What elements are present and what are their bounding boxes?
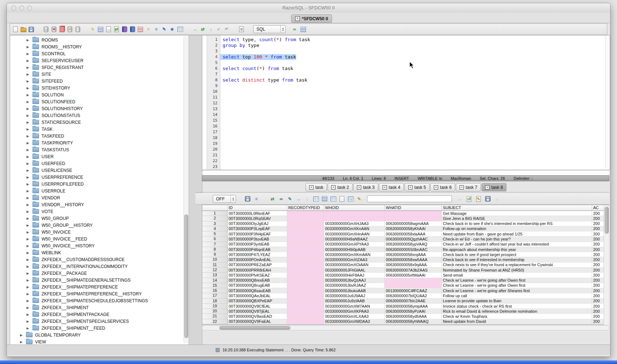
grid-cell[interactable] (385, 283, 442, 288)
grid-cell[interactable] (287, 237, 324, 242)
result-tab-task-7[interactable]: ×task 7 (456, 183, 481, 191)
grid-cell[interactable]: 00T3000000P3tuvEAB (228, 237, 287, 242)
tree-item-w50-invoice-feed[interactable]: ▶W50_INVOICE__FEED (10, 235, 184, 242)
expand-triangle-icon[interactable]: ▶ (26, 196, 30, 200)
grid-cell[interactable]: Check-in w/ Ed - can he join this year? (442, 237, 592, 242)
row-number[interactable]: 10 (202, 257, 228, 262)
grid-cell[interactable]: 00630000007bIc2AAE (385, 299, 442, 304)
grid-cell[interactable]: 0033000000JbukoAAB (324, 288, 385, 293)
tree-item-userpreference[interactable]: ▶USERPREFERENCE (10, 174, 184, 181)
tree-item-w50-group-history[interactable]: ▶W50_GROUP__HISTORY (10, 222, 184, 229)
code-line[interactable]: 3 (207, 48, 610, 54)
sort-list-icon[interactable]: ≡ (145, 26, 151, 32)
grid-cell[interactable]: 0033000000GmXKPAA3 (324, 309, 385, 314)
close-tab-icon[interactable]: × (357, 185, 361, 190)
grid-cell[interactable]: 00T3000000Q8rexEAB (228, 278, 287, 283)
result-tab-task-4[interactable]: ×task 4 (379, 183, 404, 191)
code-line[interactable]: 6select count(*) from task (207, 66, 610, 72)
expand-triangle-icon[interactable]: ▶ (26, 258, 30, 261)
grid-cell[interactable]: 006300000058yPzAAI (385, 309, 442, 314)
sql-editor[interactable]: 1select type, count(*) from task2group b… (202, 35, 610, 170)
close-tab-icon[interactable]: × (459, 185, 464, 190)
grid-cell[interactable]: 00T3000000P3yrbEAB (228, 242, 287, 247)
expand-triangle-icon[interactable]: ▶ (26, 93, 30, 97)
tree-item-zkfedex-shipment[interactable]: ▶ZKFEDEX__SHIPMENT (10, 304, 184, 311)
result-tab-task[interactable]: ×task (306, 183, 327, 191)
expand-triangle-icon[interactable]: ▶ (26, 230, 30, 234)
row-number[interactable]: 6 (202, 237, 228, 242)
stepper-arrows-icon[interactable]: ▲▼ (280, 26, 285, 33)
tree-item-w50-group[interactable]: ▶W50_GROUP (10, 215, 184, 222)
grid-cell[interactable]: 006300000058xrqAAA (385, 252, 442, 257)
row-number[interactable]: 4 (202, 226, 228, 231)
code-line[interactable]: 10 (207, 89, 610, 95)
copy-icon[interactable] (59, 26, 65, 32)
expand-triangle-icon[interactable]: ▶ (26, 272, 30, 275)
tree-item-sfdc-registrant[interactable]: ▶SFDC_REGISTRANT (10, 64, 184, 71)
edit-sql-icon[interactable]: ✎ (161, 26, 167, 32)
grid-cell[interactable]: 00T3000000QV8TjEAL (228, 309, 287, 314)
expand-triangle-icon[interactable]: ▶ (26, 107, 30, 110)
row-limit-select[interactable]: OFF ▲▼ (213, 195, 236, 203)
grid-cell[interactable]: 00T3000000QV9FaEAL (228, 319, 287, 324)
expand-triangle-icon[interactable]: ▶ (26, 114, 30, 117)
grid-cell[interactable]: 00T3000000P47LYEAZ (228, 252, 287, 257)
expand-triangle-icon[interactable]: ▶ (26, 155, 30, 159)
tree-item-zkfedex-shipmentspecialservices[interactable]: ▶ZKFEDEX__SHIPMENTSPECIALSERVICES (10, 318, 184, 325)
tree-item-w50-invoice-history[interactable]: ▶W50_INVOICE__HISTORY (10, 242, 184, 249)
tree-item-solutionhistory[interactable]: ▶SOLUTIONHISTORY (10, 105, 184, 112)
tree-item-userprofilefeed[interactable]: ▶USERPROFILEFEED (10, 181, 184, 187)
grid-cell[interactable]: 00630000007A3bZAAS (385, 268, 442, 273)
row-number[interactable]: 5 (202, 231, 228, 237)
grid-cell[interactable] (287, 263, 324, 268)
grid-cell[interactable]: Check w/ Leanne - we're going after Owen… (442, 283, 592, 288)
grid-cell[interactable] (287, 319, 324, 324)
sidebar-scrollbar[interactable] (184, 36, 188, 343)
expand-triangle-icon[interactable]: ▶ (26, 162, 30, 165)
grid-cell[interactable]: 006300000058ypVAAQ (385, 242, 442, 247)
expand-triangle-icon[interactable]: ▶ (26, 237, 30, 241)
grid-vertical-scrollbar[interactable] (604, 205, 609, 325)
expand-triangle-icon[interactable]: ▶ (26, 127, 30, 131)
history-list-icon[interactable] (137, 26, 143, 32)
grid-cell[interactable]: 0033000000HirF8AAJ (324, 273, 385, 278)
notes-book-icon[interactable] (121, 26, 128, 32)
grid-cell[interactable]: 00T3000000L0RqSEAV (228, 216, 287, 221)
row-number[interactable]: 21 (202, 314, 228, 319)
grid-cell[interactable] (287, 242, 324, 247)
new-file-icon[interactable] (12, 26, 18, 32)
expand-triangle-icon[interactable]: ▶ (26, 320, 30, 323)
tree-item-sitefeed[interactable]: ▶SITEFEED (10, 78, 184, 84)
tree-item-zkfedex-shipment-feed[interactable]: ▶ZKFEDEX__SHIPMENT__FEED (10, 325, 184, 332)
grid-cell[interactable]: 0033000000GmXM7AAN (324, 304, 385, 309)
grid-cell[interactable]: 00T3000000PfvKSEAZ (228, 273, 287, 278)
tree-item-taskfeed[interactable]: ▶TASKFEED (10, 133, 184, 139)
grid-cell[interactable] (287, 216, 324, 221)
grid-cell[interactable]: 00T3000000Q8sauEAB (228, 288, 287, 293)
code-line[interactable]: 17 (207, 129, 610, 135)
grid-cell[interactable]: 0033000000H9i0pAAB (324, 247, 385, 252)
code-line[interactable]: 15 (207, 118, 610, 124)
code-line[interactable]: 12 (207, 100, 610, 106)
code-line[interactable]: 13 (207, 106, 610, 112)
expand-triangle-icon[interactable]: ▶ (26, 38, 30, 42)
connect-db-icon[interactable]: → (43, 26, 49, 32)
tree-item-solutionstatus[interactable]: ▶SOLUTIONSTATUS (10, 112, 184, 119)
tree-item-sitehistory[interactable]: ▶SITEHISTORY (10, 84, 184, 91)
disconnect-db-icon[interactable]: × (51, 26, 57, 32)
tree-item-rooms[interactable]: ▶ROOMS (10, 36, 184, 43)
grid-cell[interactable]: Check back in to see if she's interested… (442, 221, 592, 226)
document-tab[interactable]: × *SFDCW50 II (291, 14, 332, 23)
tree-item-solution[interactable]: ▶SOLUTION (10, 91, 184, 98)
edit-note-icon[interactable]: ✎ (475, 196, 482, 202)
row-number[interactable]: 17 (202, 293, 228, 298)
grid-cell[interactable]: 0033000000GmXKnAAN (324, 226, 385, 231)
panel-view-icon[interactable] (330, 196, 336, 202)
format-list-icon[interactable]: ≡ (153, 26, 159, 32)
grid-horizontal-scrollbar[interactable] (202, 325, 609, 330)
grid-cell[interactable] (385, 211, 442, 216)
row-number[interactable]: 18 (202, 299, 228, 304)
editor-horizontal-scrollbar[interactable] (202, 170, 610, 176)
expand-triangle-icon[interactable]: ▶ (26, 299, 30, 303)
close-tab-icon[interactable]: × (485, 185, 489, 190)
